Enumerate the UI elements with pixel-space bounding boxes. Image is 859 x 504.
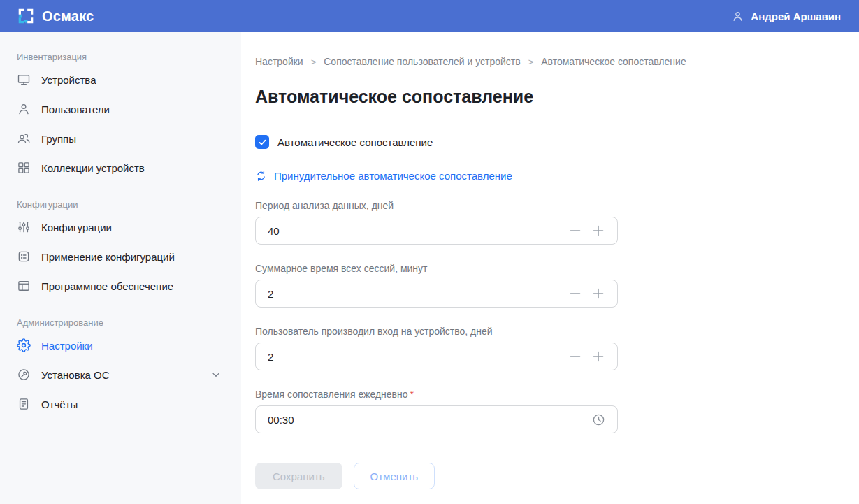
sidebar-section-inventory: Инвентаризация [17, 52, 224, 62]
sidebar-item-label: Применение конфигураций [41, 251, 175, 263]
breadcrumb: Настройки > Сопоставление пользователей … [255, 56, 842, 67]
sidebar-item-device-collections[interactable]: Коллекции устройств [0, 153, 241, 182]
auto-mapping-checkbox-label: Автоматическое сопоставление [277, 136, 433, 148]
os-install-icon [17, 368, 31, 382]
monitor-icon [17, 73, 31, 87]
gear-icon [17, 338, 31, 352]
sidebar-item-reports[interactable]: Отчёты [0, 389, 241, 419]
breadcrumb-separator: > [311, 57, 317, 67]
save-button[interactable]: Сохранить [255, 463, 342, 489]
users-icon [17, 131, 31, 145]
main-content: Настройки > Сопоставление пользователей … [241, 32, 859, 504]
breadcrumb-user-device-mapping[interactable]: Сопоставление пользователей и устройств [324, 56, 520, 67]
minus-icon[interactable] [568, 350, 582, 363]
field-analysis-period: Период анализа данных, дней 40 [255, 200, 618, 245]
sidebar-item-devices[interactable]: Устройства [0, 65, 241, 94]
sidebar-item-label: Конфигурации [41, 222, 112, 233]
user-name: Андрей Аршавин [751, 10, 841, 22]
breadcrumb-separator: > [528, 57, 534, 67]
clock-icon[interactable] [592, 413, 605, 426]
field-label: Суммарное время всех сессий, минут [255, 263, 618, 274]
sidebar-section-configurations: Конфигурации [17, 199, 224, 210]
user-icon [17, 102, 31, 116]
sidebar-item-label: Устройства [41, 74, 96, 86]
input-value: 2 [268, 351, 568, 363]
top-bar: Осмакс Андрей Аршавин [0, 0, 859, 32]
total-session-time-input[interactable]: 2 [255, 280, 618, 308]
input-value: 40 [268, 225, 568, 237]
refresh-icon [255, 170, 267, 182]
auto-mapping-checkbox-row: Автоматическое сопоставление [255, 135, 842, 149]
osmax-logo-icon [17, 7, 35, 25]
reports-icon [17, 397, 31, 411]
breadcrumb-settings[interactable]: Настройки [255, 56, 303, 67]
input-value: 00:30 [268, 414, 592, 426]
breadcrumb-current: Автоматическое сопоставление [541, 56, 686, 67]
required-mark: * [410, 389, 414, 400]
user-menu[interactable]: Андрей Аршавин [731, 10, 841, 23]
analysis-period-input[interactable]: 40 [255, 217, 618, 245]
user-icon [731, 10, 744, 23]
brand[interactable]: Осмакс [17, 7, 94, 25]
plus-icon[interactable] [591, 224, 605, 238]
sidebar-item-label: Пользователи [41, 103, 110, 115]
sidebar-item-label: Группы [41, 133, 76, 145]
cancel-button[interactable]: Отменить [354, 463, 435, 489]
sidebar-item-label: Коллекции устройств [41, 162, 145, 174]
field-label: Время сопоставления ежедневно* [255, 389, 618, 400]
plus-icon[interactable] [591, 287, 605, 301]
sidebar-section-administration: Администрирование [17, 317, 224, 328]
sidebar-item-settings[interactable]: Настройки [0, 331, 241, 360]
mapping-time-input[interactable]: 00:30 [255, 405, 618, 433]
software-icon [17, 279, 31, 293]
sidebar-item-label: Отчёты [41, 398, 78, 410]
field-label: Период анализа данных, дней [255, 200, 618, 211]
app-title: Осмакс [42, 8, 94, 24]
sidebar-item-software[interactable]: Программное обеспечение [0, 271, 241, 301]
field-total-session-time: Суммарное время всех сессий, минут 2 [255, 263, 618, 308]
force-auto-mapping-label: Принудительное автоматическое сопоставле… [274, 170, 512, 182]
sidebar-item-users[interactable]: Пользователи [0, 94, 241, 124]
user-login-days-input[interactable]: 2 [255, 343, 618, 370]
chevron-down-icon[interactable] [210, 369, 222, 380]
sidebar-item-configurations[interactable]: Конфигурации [0, 213, 241, 242]
sidebar-item-label: Установка ОС [41, 369, 110, 381]
sidebar: Инвентаризация Устройства Пользователи [0, 32, 241, 504]
check-icon [258, 138, 267, 147]
sliders-icon [17, 220, 31, 234]
form-actions: Сохранить Отменить [255, 463, 842, 489]
sidebar-item-os-install[interactable]: Установка ОС [0, 360, 241, 389]
field-label: Пользователь производил вход на устройст… [255, 326, 618, 337]
applied-config-icon [17, 250, 31, 264]
plus-icon[interactable] [591, 350, 605, 363]
grid-icon [17, 161, 31, 175]
auto-mapping-checkbox[interactable] [255, 135, 269, 149]
sidebar-item-apply-configurations[interactable]: Применение конфигураций [0, 242, 241, 271]
sidebar-item-label: Настройки [41, 340, 93, 352]
minus-icon[interactable] [568, 287, 582, 301]
sidebar-item-label: Программное обеспечение [41, 280, 173, 292]
minus-icon[interactable] [568, 224, 582, 238]
field-user-login-days: Пользователь производил вход на устройст… [255, 326, 618, 370]
input-value: 2 [268, 288, 568, 300]
force-auto-mapping-link[interactable]: Принудительное автоматическое сопоставле… [255, 170, 512, 182]
sidebar-item-groups[interactable]: Группы [0, 124, 241, 153]
field-mapping-time: Время сопоставления ежедневно* 00:30 [255, 389, 618, 433]
page-title: Автоматическое сопоставление [255, 87, 842, 107]
